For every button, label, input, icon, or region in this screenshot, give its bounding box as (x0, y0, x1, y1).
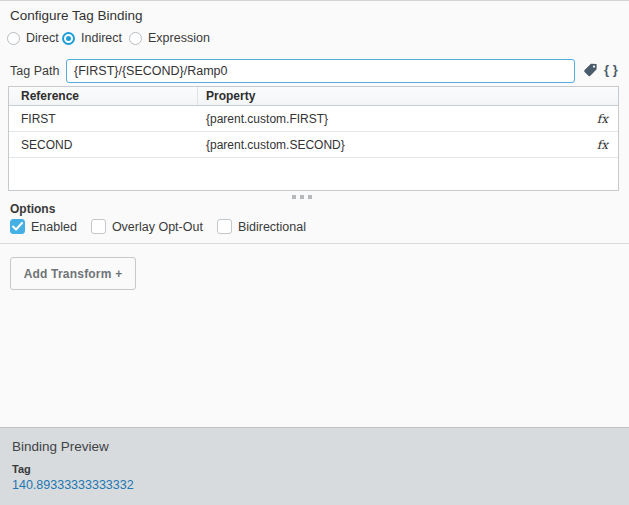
table-row[interactable]: SECOND {parent.custom.SECOND} fx (9, 132, 618, 158)
splitter-drag-handle[interactable] (292, 195, 312, 199)
radio-direct[interactable]: Direct (7, 31, 59, 45)
checkbox-bidirectional-label: Bidirectional (238, 220, 306, 234)
radio-icon (7, 32, 20, 45)
radio-indirect[interactable]: Indirect (62, 31, 122, 45)
options-checkbox-row: Enabled Overlay Opt-Out Bidirectional (10, 218, 306, 235)
checkbox-unchecked-icon (217, 219, 232, 234)
checkbox-enabled-label: Enabled (31, 220, 77, 234)
tag-path-input[interactable] (66, 59, 575, 83)
checkbox-bidirectional[interactable]: Bidirectional (217, 219, 306, 234)
add-transform-button[interactable]: Add Transform + (10, 257, 136, 290)
column-header-property[interactable]: Property (198, 87, 618, 105)
tag-path-label: Tag Path (10, 64, 59, 78)
property-cell[interactable]: {parent.custom.FIRST} (198, 106, 584, 131)
section-divider (0, 243, 629, 244)
reference-cell[interactable]: FIRST (9, 106, 198, 131)
radio-direct-label: Direct (26, 31, 59, 45)
fx-icon[interactable]: fx (584, 132, 618, 157)
tag-path-actions: { } (582, 60, 618, 80)
references-table-header: Reference Property (9, 87, 618, 106)
binding-preview-panel: Binding Preview Tag 140.89333333333332 (0, 427, 629, 505)
checkbox-overlay-opt-out-label: Overlay Opt-Out (112, 220, 203, 234)
options-label: Options (10, 202, 55, 216)
radio-expression[interactable]: Expression (129, 31, 210, 45)
radio-expression-label: Expression (148, 31, 210, 45)
braces-icon[interactable]: { } (604, 60, 618, 80)
radio-indirect-label: Indirect (81, 31, 122, 45)
radio-selected-icon (62, 32, 75, 45)
property-cell[interactable]: {parent.custom.SECOND} (198, 132, 584, 157)
checkbox-checked-icon (10, 219, 25, 234)
references-table: Reference Property FIRST {parent.custom.… (8, 86, 619, 191)
page-title: Configure Tag Binding (10, 8, 143, 23)
reference-cell[interactable]: SECOND (9, 132, 198, 157)
binding-preview-title: Binding Preview (12, 439, 617, 454)
checkbox-overlay-opt-out[interactable]: Overlay Opt-Out (91, 219, 203, 234)
fx-icon[interactable]: fx (584, 106, 618, 131)
checkbox-unchecked-icon (91, 219, 106, 234)
configure-tag-binding-dialog: Configure Tag Binding Direct Indirect Ex… (0, 0, 629, 505)
tag-icon[interactable] (582, 63, 599, 78)
preview-tag-value[interactable]: 140.89333333333332 (12, 478, 617, 492)
checkbox-enabled[interactable]: Enabled (10, 219, 77, 234)
preview-tag-label: Tag (12, 463, 617, 475)
column-header-reference[interactable]: Reference (9, 87, 198, 105)
table-row[interactable]: FIRST {parent.custom.FIRST} fx (9, 106, 618, 132)
radio-icon (129, 32, 142, 45)
